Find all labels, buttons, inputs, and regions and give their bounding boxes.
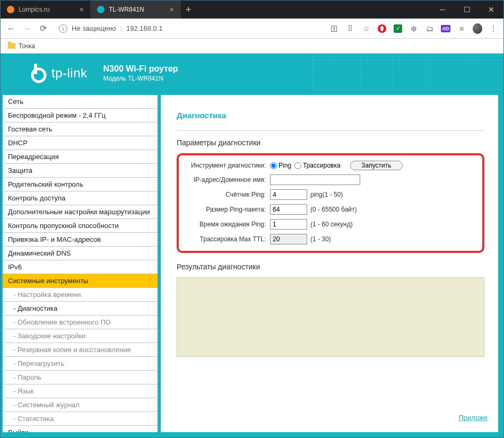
ttl-input[interactable]	[270, 234, 307, 244]
hint-count: ping(1 - 50)	[310, 191, 343, 198]
key-icon[interactable]: ⚿	[329, 24, 339, 33]
banner-decor	[312, 54, 503, 93]
results-title: Результаты диагностики	[177, 262, 484, 271]
security-label: Не защищено	[72, 24, 116, 32]
sidebar-item[interactable]: - Диагностика	[3, 302, 158, 316]
browser-window: Lumpics.ru × TL-WR841N × + ─ ☐ ✕ ← → ⟳ i…	[0, 0, 504, 438]
ad-icon[interactable]: AD	[441, 24, 450, 33]
hint-ttl: (1 - 30)	[310, 235, 331, 243]
section-title: Параметры диагностики	[177, 138, 484, 147]
titlebar: Lumpics.ru × TL-WR841N × + ─ ☐ ✕	[1, 1, 503, 19]
sidebar-item[interactable]: DHCP	[3, 136, 158, 150]
favicon-icon	[7, 6, 14, 13]
banner-subtitle: Модель TL-WR841N	[103, 75, 178, 83]
toolbar: ← → ⟳ i Не защищено | 192.168.0.1 ⚿ ⠿ ☆ …	[1, 19, 503, 39]
folder-icon	[8, 43, 15, 49]
size-input[interactable]	[270, 204, 307, 215]
url-text: 192.168.0.1	[126, 24, 163, 32]
translate-icon[interactable]: ⠿	[345, 24, 355, 33]
star-icon[interactable]: ☆	[361, 24, 371, 33]
sidebar-item[interactable]: Защита	[3, 164, 158, 178]
sidebar-item[interactable]: - Настройка времени	[3, 288, 158, 302]
timeout-input[interactable]	[270, 219, 307, 230]
main-panel: Диагностика Параметры диагностики Инстру…	[161, 95, 498, 432]
sidebar-item[interactable]: - Обновление встроенного ПО	[3, 316, 158, 329]
bookmarks-bar: Точка	[1, 39, 503, 54]
sidebar-item[interactable]: - Пароль	[3, 371, 158, 384]
tab-lumpics[interactable]: Lumpics.ru ×	[1, 1, 91, 19]
banner: tp-link N300 Wi-Fi роутер Модель TL-WR84…	[1, 54, 503, 93]
sidebar-item[interactable]: - Статистика	[3, 412, 158, 426]
forward-button[interactable]: →	[22, 23, 32, 34]
window-controls: ─ ☐ ✕	[430, 1, 503, 19]
reload-button[interactable]: ⟳	[38, 23, 48, 34]
tab-title: TL-WR841N	[109, 6, 144, 13]
sidebar-item[interactable]: - Системный журнал	[3, 398, 158, 412]
sidebar-item[interactable]: - Заводские настройки	[3, 329, 158, 343]
sidebar-item[interactable]: Гостевая сеть	[3, 122, 158, 136]
svg-rect-1	[34, 64, 37, 74]
extension-icon[interactable]: 🗂	[425, 24, 435, 33]
logo-icon	[27, 63, 48, 84]
close-icon[interactable]: ×	[170, 5, 174, 14]
sidebar-item[interactable]: - Резервная копия и восстановление	[3, 343, 158, 357]
page: tp-link N300 Wi-Fi роутер Модель TL-WR84…	[1, 54, 503, 437]
tab-router[interactable]: TL-WR841N ×	[91, 1, 181, 19]
sidebar-item[interactable]: Сеть	[3, 95, 158, 109]
banner-titles: N300 Wi-Fi роутер Модель TL-WR841N	[103, 64, 178, 83]
main-scroll[interactable]: Диагностика Параметры диагностики Инстру…	[161, 95, 490, 424]
sidebar[interactable]: СетьБеспроводной режим - 2,4 ГГцГостевая…	[3, 95, 158, 432]
label-ip: IP-адрес/Доменное имя:	[185, 176, 270, 183]
hint-timeout: (1 - 60 секунд)	[310, 221, 353, 228]
address-bar[interactable]: i Не защищено | 192.168.0.1	[54, 23, 324, 34]
hint-size: (0 - 65500 байт)	[310, 206, 357, 213]
back-button[interactable]: ←	[6, 23, 16, 34]
readlist-icon[interactable]: ≡	[457, 24, 466, 33]
check-icon[interactable]: ✓	[393, 24, 403, 33]
opera-icon[interactable]	[377, 24, 387, 33]
globe-icon[interactable]: ⊕	[409, 24, 419, 33]
sidebar-item[interactable]: Выйти	[3, 426, 158, 432]
avatar-icon[interactable]	[473, 24, 482, 33]
radio-ping[interactable]: Ping	[270, 162, 291, 169]
info-icon[interactable]: i	[59, 24, 67, 33]
sidebar-item[interactable]: Контроль доступа	[3, 191, 158, 205]
sidebar-item[interactable]: Родительский контроль	[3, 178, 158, 191]
divider	[177, 130, 484, 131]
label-tool: Инструмент диагностики:	[185, 162, 270, 169]
minimize-button[interactable]: ─	[430, 1, 455, 19]
label-ttl: Трассировка Max TTL:	[185, 235, 270, 243]
page-title: Диагностика	[177, 111, 484, 120]
sidebar-item[interactable]: Переадресация	[3, 150, 158, 164]
sidebar-item[interactable]: Беспроводной режим - 2,4 ГГц	[3, 109, 158, 122]
toolbar-icons: ⚿ ⠿ ☆ ✓ ⊕ 🗂 AD ≡ ⋮	[329, 24, 498, 33]
sidebar-item[interactable]: Системные инструменты	[3, 274, 158, 288]
sidebar-item[interactable]: - Перезагрузить	[3, 357, 158, 371]
run-button[interactable]: Запустить	[350, 161, 402, 170]
logo-text: tp-link	[51, 66, 88, 81]
sidebar-item[interactable]: Контроль пропускной способности	[3, 219, 158, 233]
menu-icon[interactable]: ⋮	[489, 24, 498, 33]
tab-title: Lumpics.ru	[19, 6, 50, 13]
maximize-button[interactable]: ☐	[455, 1, 479, 19]
favicon-icon	[97, 6, 105, 13]
help-link[interactable]: Приложе	[458, 414, 488, 422]
new-tab-button[interactable]: +	[181, 1, 196, 19]
banner-title: N300 Wi-Fi роутер	[103, 64, 178, 75]
sidebar-item[interactable]: Дополнительные настройки маршрутизации	[3, 205, 158, 219]
sidebar-item[interactable]: Привязка IP- и MAC-адресов	[3, 233, 158, 247]
ip-input[interactable]	[270, 174, 360, 185]
sidebar-item[interactable]: Динамический DNS	[3, 247, 158, 260]
layout: СетьБеспроводной режим - 2,4 ГГцГостевая…	[1, 93, 503, 437]
sidebar-item[interactable]: IPv6	[3, 260, 158, 274]
label-timeout: Время ожидания Ping:	[185, 221, 270, 228]
results-box	[177, 277, 484, 357]
close-icon[interactable]: ×	[80, 5, 84, 14]
radio-trace[interactable]: Трассировка	[294, 162, 341, 169]
bookmark-item[interactable]: Точка	[19, 42, 35, 50]
close-button[interactable]: ✕	[479, 1, 503, 19]
label-size: Размер Ping-пакета:	[185, 206, 270, 213]
sidebar-item[interactable]: - Язык	[3, 384, 158, 398]
count-input[interactable]	[270, 189, 307, 200]
logo: tp-link	[27, 63, 88, 84]
